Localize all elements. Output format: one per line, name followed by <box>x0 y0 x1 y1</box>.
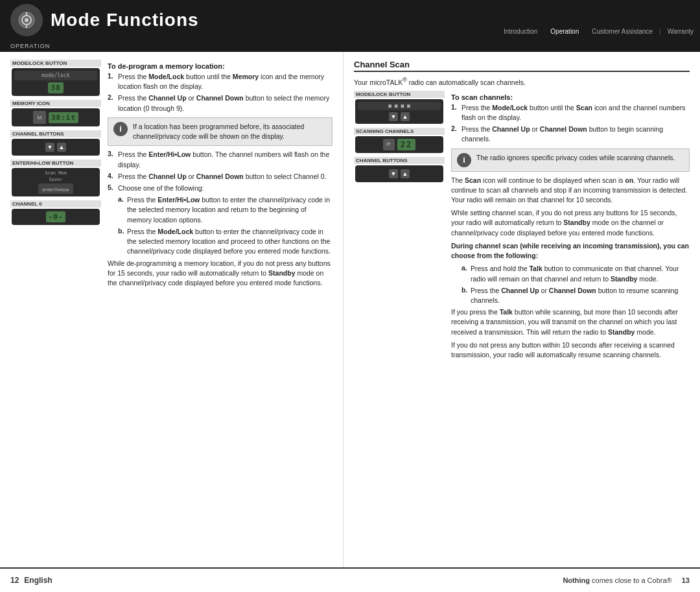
step-1: 1. Press the Mode/Lock button until the … <box>108 72 332 91</box>
right-channel-arrows: ▼ ▲ <box>389 169 410 178</box>
page-header: Mode Functions Introduction Operation Cu… <box>0 0 700 40</box>
header-nav: Introduction Operation Customer Assistan… <box>497 0 700 40</box>
deprog-subtitle: To de-program a memory location: <box>108 62 332 70</box>
arrow-up: ▲ <box>57 143 66 152</box>
right-mode-lock-text: ■ ■ ■ ■ <box>388 103 410 109</box>
left-device-images: Mode/Lock Button mode/lock 38 Memory Ico… <box>10 60 101 291</box>
channel-buttons-label: Channel Buttons <box>10 130 101 137</box>
closing-paragraph: While de-programming a memory location, … <box>108 259 332 289</box>
saver-text: Saver <box>49 177 62 182</box>
scan-para3: If you press the Talk button while scann… <box>451 307 690 337</box>
enter-hilow-image-box: Enter/Hi•Low Button Scan Mem Saver enter… <box>10 160 101 196</box>
mem-icon-symbol: M <box>38 115 42 121</box>
page-footer: 12 English Nothing comes close to a Cobr… <box>0 567 700 592</box>
right-mode-lock-label: Mode/Lock Button <box>354 91 445 98</box>
scan-bold-heading: During channel scan (while receiving an … <box>451 241 690 261</box>
right-channel-buttons-label: Channel Buttons <box>354 157 445 164</box>
arrow-down: ▼ <box>45 143 54 152</box>
scan-step-2: 2. Press the Channel Up or Channel Down … <box>451 124 690 144</box>
channel-buttons-image-box: Channel Buttons ▼ ▲ <box>10 130 101 156</box>
scanning-channels-box: Scanning Channels ⟳ 22 <box>354 128 445 153</box>
memory-display: 38:it <box>49 112 78 123</box>
channel-scan-title: Channel Scan <box>354 60 690 72</box>
nav-warranty[interactable]: Warranty <box>661 25 700 38</box>
step-5b: b. Press the Mode/Lock button to enter t… <box>118 227 332 257</box>
sub-header: Operation <box>0 40 700 52</box>
memory-icon-label: Memory Icon <box>10 100 101 107</box>
mode-lock-display: 38 <box>48 82 63 93</box>
channel-0-label: Channel 0 <box>10 200 101 207</box>
scan-para4: If you do not press any button within 10… <box>451 340 690 360</box>
footer-left: 12 English <box>10 576 52 585</box>
page-title: Mode Functions <box>51 10 199 30</box>
scan-alpha-b: b. Press the Channel Up or Channel Down … <box>461 286 690 305</box>
scan-subtitle: To scan channels: <box>451 93 690 101</box>
left-column: Mode/Lock Button mode/lock 38 Memory Ico… <box>0 52 344 567</box>
right-mode-lock-box: Mode/Lock Button ■ ■ ■ ■ ▼ ▲ <box>354 91 445 124</box>
scanning-channels-label: Scanning Channels <box>354 128 445 135</box>
nav-introduction[interactable]: Introduction <box>497 25 544 38</box>
header-icon-left <box>10 4 43 36</box>
scan-display: 22 <box>397 139 415 150</box>
memory-icon-image-box: Memory Icon M 38:it <box>10 100 101 126</box>
step-4: 4. Press the Channel Up or Channel Down … <box>108 172 332 182</box>
info-text-right: The radio ignores specific privacy codes… <box>476 153 675 163</box>
info-box-right: i The radio ignores specific privacy cod… <box>451 148 690 172</box>
channel-0-image-box: Channel 0 -0- <box>10 200 101 225</box>
scan-step-1: 1. Press the Mode/Lock button until the … <box>451 103 690 123</box>
right-arrow-up: ▲ <box>401 112 410 121</box>
info-text-left: If a location has been programmed before… <box>133 122 327 141</box>
step-3: 3. Press the Enter/Hi•Low button. The ch… <box>108 150 332 169</box>
scan-alpha-a: a. Press and hold the Talk button to com… <box>461 264 690 283</box>
mode-icon <box>18 11 36 29</box>
right-column: Channel Scan Your microTALK® radio can a… <box>344 52 700 567</box>
operation-label: Operation <box>10 43 50 49</box>
mode-lock-label: Mode/Lock Button <box>10 60 101 67</box>
scan-mem-text: Scan Mem <box>45 171 67 176</box>
footer-right: Nothing comes close to a Cobra® 13 <box>563 576 690 584</box>
footer-tagline-bold: Nothing <box>563 576 590 584</box>
info-icon-right: i <box>457 153 471 167</box>
mode-lock-image-box: Mode/Lock Button mode/lock 38 <box>10 60 101 96</box>
footer-language: English <box>24 576 52 585</box>
info-box-left: i If a location has been programmed befo… <box>108 117 332 146</box>
svg-point-4 <box>25 18 29 22</box>
footer-tagline-rest: comes close to a Cobra® <box>590 576 672 584</box>
main-content: Mode/Lock Button mode/lock 38 Memory Ico… <box>0 52 700 567</box>
channel-arrows: ▼ ▲ <box>45 143 66 152</box>
nav-customer[interactable]: Customer Assistance <box>585 25 659 38</box>
scan-description: The Scan icon will continue to be displa… <box>451 176 690 206</box>
info-icon-left: i <box>113 122 128 136</box>
nav-operation[interactable]: Operation <box>544 25 585 38</box>
page-number-left: 12 <box>10 576 19 585</box>
page-number-right: 13 <box>682 576 690 584</box>
channel-0-display: -0- <box>46 211 66 222</box>
enter-hilow-label: Enter/Hi•Low Button <box>10 160 101 167</box>
right-ch-up: ▲ <box>401 169 410 178</box>
right-text-content: To scan channels: 1. Press the Mode/Lock… <box>451 91 690 364</box>
scan-symbol: ⟳ <box>386 141 391 147</box>
step-5: 5. Choose one of the following: <box>108 184 332 193</box>
right-channel-buttons-box: Channel Buttons ▼ ▲ <box>354 157 445 182</box>
right-arrow-down: ▼ <box>389 112 398 121</box>
mode-lock-text: mode/lock <box>41 73 69 78</box>
step-5a: a. Press the Enter/Hi•Low button to ente… <box>118 195 332 225</box>
right-ch-down: ▼ <box>389 169 398 178</box>
left-text-content: To de-program a memory location: 1. Pres… <box>108 60 332 291</box>
scan-para2: While setting channel scan, if you do no… <box>451 208 690 238</box>
step-2: 2. Press the Channel Up or Channel Down … <box>108 93 332 113</box>
channel-scan-intro: Your microTALK® radio can automatically … <box>354 76 690 88</box>
right-device-images: Mode/Lock Button ■ ■ ■ ■ ▼ ▲ Scanning Ch… <box>354 91 445 364</box>
enter-hilow-text: enter/hi•low <box>42 187 69 193</box>
